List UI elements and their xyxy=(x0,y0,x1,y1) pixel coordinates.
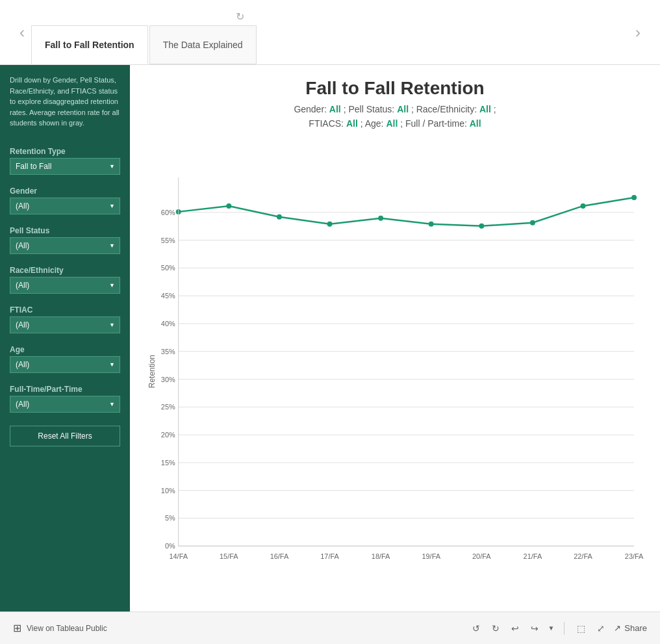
share-icon: ↗ xyxy=(614,623,621,633)
y-axis-label: Retention xyxy=(147,355,157,388)
filter-select-wrapper-race-ethnicity[interactable]: (All) xyxy=(10,277,120,294)
race-ethnicity-select[interactable]: (All) xyxy=(10,277,120,294)
filter-gender: Gender (All) xyxy=(10,181,120,214)
gender-select[interactable]: (All) xyxy=(10,198,120,214)
sidebar-description: Drill down by Gender, Pell Status, Race/… xyxy=(10,75,120,129)
redo-button[interactable]: ↻ xyxy=(489,621,502,636)
subtitle-ftiacs-label: FTIACS: xyxy=(309,118,346,129)
pell-status-select[interactable]: (All) xyxy=(10,237,120,254)
subtitle-gender-value: All xyxy=(329,104,341,114)
data-point-19fa xyxy=(429,222,434,227)
filter-pell-status: Pell Status (All) xyxy=(10,221,120,254)
subtitle-fullpart-value: All xyxy=(470,118,481,129)
svg-text:60%: 60% xyxy=(161,209,175,216)
line-chart: Retention 0% 5% 10% 15% xyxy=(143,138,647,605)
view-on-tableau-label[interactable]: View on Tableau Public xyxy=(27,624,107,633)
svg-text:23/FA: 23/FA xyxy=(625,552,644,560)
sidebar: Drill down by Gender, Pell Status, Race/… xyxy=(0,65,130,612)
subtitle-age-label: ; Age: xyxy=(361,118,387,129)
data-point-21fa xyxy=(530,220,535,225)
svg-text:19/FA: 19/FA xyxy=(422,552,440,560)
subtitle-race-label: ; Race/Ethnicity: xyxy=(411,104,479,114)
chart-title: Fall to Fall Retention xyxy=(305,78,484,99)
chart-wrapper: Retention 0% 5% 10% 15% xyxy=(143,138,647,605)
filter-label-gender: Gender xyxy=(10,187,120,196)
data-point-17fa xyxy=(327,222,333,227)
svg-text:5%: 5% xyxy=(165,514,175,522)
prev-arrow[interactable]: ‹ xyxy=(13,23,31,42)
data-point-18fa xyxy=(378,216,383,221)
ftiac-select[interactable]: (All) xyxy=(10,316,120,333)
refresh-icon[interactable]: ↻ xyxy=(236,10,244,23)
svg-text:21/FA: 21/FA xyxy=(524,552,542,560)
data-point-15fa xyxy=(226,203,231,209)
filter-label-age: Age xyxy=(10,345,120,354)
svg-text:55%: 55% xyxy=(161,236,175,244)
subtitle-semi: ; xyxy=(494,104,496,114)
filter-age: Age (All) xyxy=(10,340,120,373)
filter-select-wrapper-ftiac[interactable]: (All) xyxy=(10,316,120,333)
svg-text:50%: 50% xyxy=(161,264,175,272)
svg-text:22/FA: 22/FA xyxy=(574,552,592,560)
filter-select-wrapper-pell-status[interactable]: (All) xyxy=(10,237,120,254)
tableau-icon: ⊞ xyxy=(13,622,21,634)
filter-label-race-ethnicity: Race/Ethnicity xyxy=(10,266,120,275)
filter-race-ethnicity: Race/Ethnicity (All) xyxy=(10,261,120,294)
fullscreen-button[interactable]: ⤢ xyxy=(594,621,607,636)
filter-label-pell-status: Pell Status xyxy=(10,226,120,235)
chart-area: Fall to Fall Retention Gender: All ; Pel… xyxy=(130,65,660,612)
filter-label-full-part-time: Full-Time/Part-Time xyxy=(10,385,120,394)
filter-select-wrapper-age[interactable]: (All) xyxy=(10,356,120,373)
tab-fall-retention[interactable]: Fall to Fall Retention xyxy=(31,25,148,64)
svg-text:20%: 20% xyxy=(161,431,175,439)
subtitle-pell-label: ; Pell Status: xyxy=(344,104,397,114)
next-arrow[interactable]: › xyxy=(629,23,647,42)
svg-text:45%: 45% xyxy=(161,292,175,300)
svg-text:17/FA: 17/FA xyxy=(320,552,339,560)
share-label: Share xyxy=(624,623,647,633)
filter-full-part-time: Full-Time/Part-Time (All) xyxy=(10,380,120,413)
age-select[interactable]: (All) xyxy=(10,356,120,373)
chart-subtitle: Gender: All ; Pell Status: All ; Race/Et… xyxy=(294,102,496,131)
subtitle-pell-value: All xyxy=(397,104,409,114)
svg-text:0%: 0% xyxy=(165,542,175,550)
subtitle-fullpart-label: ; Full / Part-time: xyxy=(400,118,470,129)
top-navigation: ↻ ‹ Fall to Fall Retention The Data Expl… xyxy=(0,0,660,65)
toolbar-divider xyxy=(564,622,565,635)
share-button[interactable]: ↗ Share xyxy=(614,623,647,633)
subtitle-ftiacs-value: All xyxy=(346,118,358,129)
filter-select-wrapper-retention-type[interactable]: Fall to Fall xyxy=(10,158,120,175)
filter-select-wrapper-gender[interactable]: (All) xyxy=(10,198,120,214)
data-point-23fa xyxy=(631,195,637,200)
filter-label-ftiac: FTIAC xyxy=(10,305,120,315)
bottom-left: ⊞ View on Tableau Public xyxy=(13,622,107,634)
filter-select-wrapper-full-part-time[interactable]: (All) xyxy=(10,396,120,413)
svg-text:35%: 35% xyxy=(161,348,175,355)
tab-data-explained[interactable]: The Data Explained xyxy=(149,25,257,64)
full-part-time-select[interactable]: (All) xyxy=(10,396,120,413)
svg-text:25%: 25% xyxy=(161,403,175,411)
subtitle-race-value: All xyxy=(479,104,491,114)
data-point-16fa xyxy=(277,214,282,220)
download-button[interactable]: ⬚ xyxy=(574,621,588,636)
svg-text:14/FA: 14/FA xyxy=(169,552,188,560)
main-content: Drill down by Gender, Pell Status, Race/… xyxy=(0,65,660,612)
nav-tabs: Fall to Fall Retention The Data Explaine… xyxy=(31,0,629,64)
data-point-20fa xyxy=(479,224,484,229)
svg-text:20/FA: 20/FA xyxy=(472,552,491,560)
bottom-right: ↺ ↻ ↩ ↪ ▼ ⬚ ⤢ ↗ Share xyxy=(470,621,647,636)
undo-button[interactable]: ↺ xyxy=(470,621,483,636)
subtitle-age-value: All xyxy=(386,118,398,129)
svg-text:30%: 30% xyxy=(161,375,175,383)
retention-type-select[interactable]: Fall to Fall xyxy=(10,158,120,175)
forward-button[interactable]: ↪ xyxy=(528,621,541,636)
toolbar-dropdown-arrow[interactable]: ▼ xyxy=(548,625,554,632)
svg-text:15%: 15% xyxy=(161,459,175,467)
back-button[interactable]: ↩ xyxy=(509,621,522,636)
filter-label-retention-type: Retention Type xyxy=(10,147,120,156)
svg-text:40%: 40% xyxy=(161,320,175,328)
bottom-toolbar: ⊞ View on Tableau Public ↺ ↻ ↩ ↪ ▼ ⬚ ⤢ ↗… xyxy=(0,612,660,644)
filter-ftiac: FTIAC (All) xyxy=(10,300,120,333)
reset-filters-button[interactable]: Reset All Filters xyxy=(10,426,120,446)
svg-text:16/FA: 16/FA xyxy=(270,552,289,560)
